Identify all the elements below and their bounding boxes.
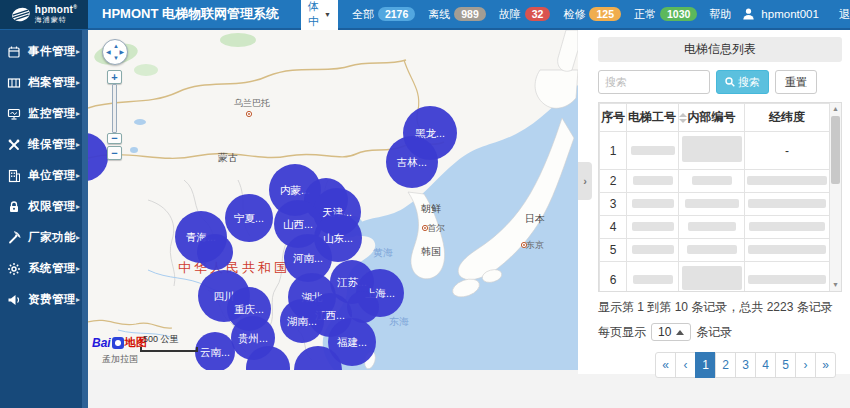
zoom-out-button[interactable]: − — [107, 146, 122, 160]
status-filter-故障[interactable]: 故障32 — [499, 7, 551, 22]
baidu-map-logo: Bai 地图 — [92, 335, 147, 350]
map-svg: 乌兰巴托蒙古朝鲜首尔韩国日本东京黄海东海孟加拉国中华人民共和国 ...黑龙...… — [88, 30, 578, 370]
sidebar-item-label: 权限管理 — [28, 199, 76, 214]
cluster-circle[interactable] — [197, 234, 233, 270]
search-button-label: 搜索 — [738, 75, 760, 90]
zoom-slider-track[interactable] — [112, 84, 117, 133]
map-cluster[interactable]: 吉林... — [386, 136, 438, 188]
sidebar-item-events[interactable]: 事件管理▸ — [0, 36, 88, 67]
status-badges: 全部2176离线989故障32检修125正常1030 — [352, 7, 697, 22]
monitor-icon — [7, 107, 23, 121]
column-header-经纬度: 经纬度 — [745, 104, 830, 132]
cell-serial: 1 — [600, 132, 627, 170]
baidu-logo-text: Bai — [92, 336, 111, 350]
zoom-in-button[interactable]: + — [107, 70, 122, 84]
scroll-up-icon[interactable]: ▲ — [830, 103, 841, 115]
redacted-cell-content — [687, 245, 737, 254]
redacted-cell-content — [632, 245, 674, 254]
sidebar-item-factory[interactable]: 厂家功能▸ — [0, 222, 88, 253]
sidebar-item-label: 监控管理 — [28, 106, 76, 121]
sidebar-item-monitoring[interactable]: 监控管理▸ — [0, 98, 88, 129]
redacted-cell-content — [685, 199, 739, 208]
page-button-2[interactable]: 2 — [715, 352, 736, 378]
top-header: hpmont® 海浦蒙特 HPMONT 电梯物联网管理系统 简体中文 ▼ 全部2… — [0, 0, 850, 30]
status-filter-正常[interactable]: 正常1030 — [634, 7, 697, 22]
cluster-label: 贵州... — [238, 332, 268, 344]
table-scrollbar[interactable]: ▲ ▼ — [829, 103, 841, 291]
table-row[interactable]: 3 — [600, 193, 830, 216]
column-header-label: 内部编号 — [688, 110, 736, 124]
megaphone-icon — [7, 293, 23, 307]
status-label: 离线 — [428, 7, 450, 22]
map-label: 首尔 — [427, 223, 445, 233]
status-filter-离线[interactable]: 离线989 — [428, 7, 486, 22]
map-label: 蒙古 — [217, 152, 238, 163]
help-link[interactable]: 帮助 — [709, 7, 731, 22]
table-row[interactable]: 2 — [600, 170, 830, 193]
table-row[interactable]: 4 — [600, 216, 830, 239]
map-canvas[interactable]: 乌兰巴托蒙古朝鲜首尔韩国日本东京黄海东海孟加拉国中华人民共和国 ...黑龙...… — [88, 30, 578, 370]
cell-internal-no — [679, 239, 745, 262]
map-cluster[interactable] — [197, 234, 233, 270]
page-size-prefix: 每页显示 — [598, 324, 646, 341]
logout-button[interactable]: 退出 — [839, 7, 850, 22]
cluster-label: 山西... — [283, 218, 313, 230]
scroll-down-icon[interactable]: ▼ — [830, 279, 841, 291]
map-cluster[interactable]: 湖南... — [280, 299, 324, 343]
pan-right-icon[interactable]: ▶ — [119, 49, 124, 55]
scrollbar-thumb[interactable] — [831, 116, 840, 184]
zoom-slider-handle[interactable]: − — [107, 133, 122, 144]
map-label: 韩国 — [421, 246, 441, 257]
pan-up-icon[interactable]: ▲ — [113, 43, 119, 49]
sidebar-menu: 事件管理▸档案管理▸监控管理▸维保管理▸单位管理▸权限管理▸厂家功能▸系统管理▸… — [0, 30, 88, 315]
redacted-cell-content — [748, 245, 826, 254]
pagination: «‹12345›» — [598, 352, 842, 378]
sort-icon[interactable] — [679, 113, 687, 123]
pan-down-icon[interactable]: ▼ — [113, 55, 119, 61]
calendar-icon — [7, 45, 23, 59]
city-marker-dot — [248, 113, 250, 115]
chevron-down-icon: ▼ — [324, 11, 331, 18]
page-button-›[interactable]: › — [795, 352, 816, 378]
page-button-4[interactable]: 4 — [755, 352, 776, 378]
user-account[interactable]: hpmont001 — [741, 7, 819, 21]
page-button-5[interactable]: 5 — [775, 352, 796, 378]
panel-collapse-toggle[interactable]: › — [578, 162, 592, 200]
page-button-»[interactable]: » — [815, 352, 836, 378]
sidebar-item-archives[interactable]: 档案管理▸ — [0, 67, 88, 98]
search-input[interactable] — [598, 70, 710, 94]
page-size-select[interactable]: 10 — [651, 323, 691, 341]
redacted-cell-content — [632, 222, 674, 231]
sidebar-item-permissions[interactable]: 权限管理▸ — [0, 191, 88, 222]
record-summary: 显示第 1 到第 10 条记录，总共 2223 条记录 — [598, 299, 842, 316]
submenu-arrow-icon: ▸ — [76, 140, 80, 149]
table-row[interactable]: 6 — [600, 262, 830, 293]
sidebar-item-system[interactable]: 系统管理▸ — [0, 253, 88, 284]
table-row[interactable]: 1- — [600, 132, 830, 170]
status-filter-检修[interactable]: 检修125 — [563, 7, 621, 22]
city-marker-dot — [523, 244, 525, 246]
search-button[interactable]: 搜索 — [716, 70, 769, 94]
pan-left-icon[interactable]: ◀ — [106, 49, 111, 55]
sidebar-item-label: 档案管理 — [28, 75, 76, 90]
table-row[interactable]: 5 — [600, 239, 830, 262]
submenu-arrow-icon: ▸ — [76, 202, 80, 211]
reset-button[interactable]: 重置 — [775, 70, 817, 94]
redacted-cell-content — [631, 146, 675, 155]
column-header-电梯工号[interactable]: 电梯工号 — [627, 104, 679, 132]
map-pan-control[interactable]: ▲ ▼ ◀ ▶ — [102, 39, 128, 65]
page-button-«[interactable]: « — [655, 352, 676, 378]
page-button-‹[interactable]: ‹ — [675, 352, 696, 378]
cell-serial: 5 — [600, 239, 627, 262]
sidebar-item-units[interactable]: 单位管理▸ — [0, 160, 88, 191]
page-button-1[interactable]: 1 — [695, 352, 716, 378]
app-root: hpmont® 海浦蒙特 HPMONT 电梯物联网管理系统 简体中文 ▼ 全部2… — [0, 0, 850, 408]
page-button-3[interactable]: 3 — [735, 352, 756, 378]
submenu-arrow-icon: ▸ — [76, 264, 80, 273]
map-label: 东海 — [389, 316, 409, 327]
status-filter-全部[interactable]: 全部2176 — [352, 7, 415, 22]
sidebar-item-maintenance[interactable]: 维保管理▸ — [0, 129, 88, 160]
map-cluster[interactable]: 宁夏... — [225, 194, 273, 242]
cell-elevator-id — [627, 216, 679, 239]
sidebar-item-fees[interactable]: 资费管理▸ — [0, 284, 88, 315]
